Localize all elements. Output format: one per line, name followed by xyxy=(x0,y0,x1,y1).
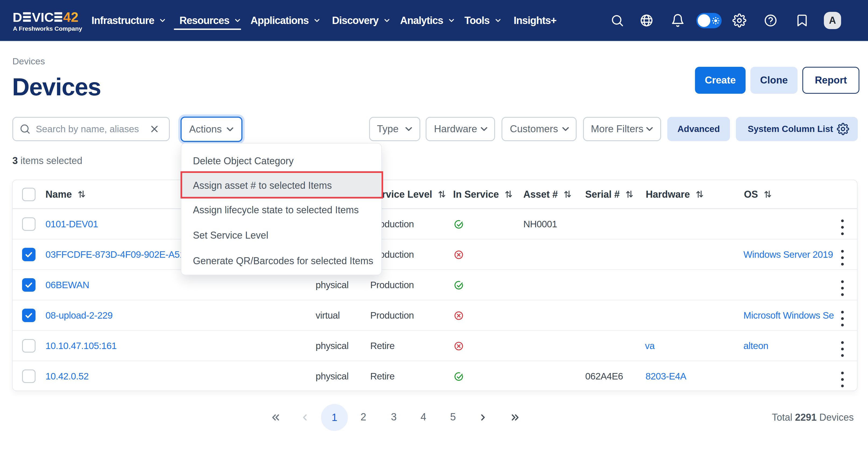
svg-text:VIC: VIC xyxy=(32,10,54,25)
svg-text:D: D xyxy=(13,10,22,25)
svg-text:A Freshworks Company: A Freshworks Company xyxy=(13,25,82,32)
svg-text:42: 42 xyxy=(63,9,78,25)
